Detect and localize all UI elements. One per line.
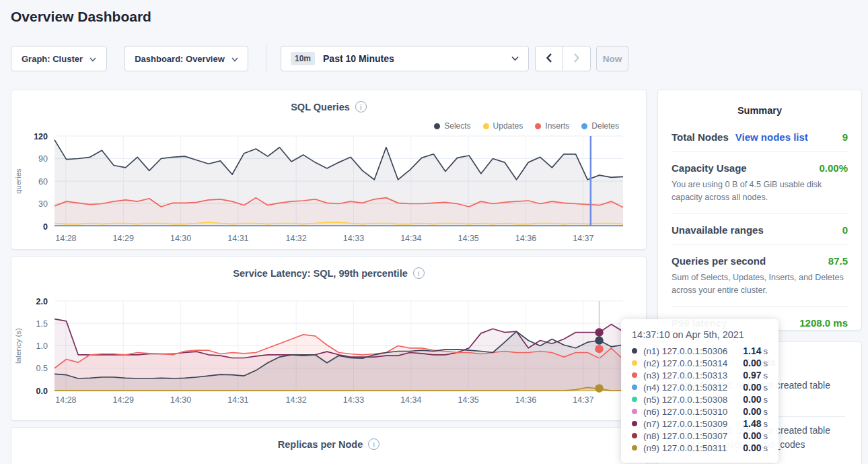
svg-text:14:36: 14:36: [515, 234, 536, 243]
chart-hover-tooltip: 14:37:10 on Apr 5th, 2021 (n1) 127.0.0.1…: [621, 319, 779, 463]
summary-panel: Summary Total Nodes View nodes list 9 Ca…: [657, 90, 862, 331]
sql-queries-title: SQL Queries i: [11, 90, 646, 112]
legend-item-updates[interactable]: Updates: [483, 121, 523, 131]
now-button[interactable]: Now: [596, 46, 628, 71]
tooltip-row: (n7) 127.0.0.1:503091.48s: [632, 418, 768, 430]
summary-row-total-nodes: Total Nodes View nodes list 9: [672, 121, 848, 152]
node-color-dot: [632, 360, 637, 366]
svg-text:14:31: 14:31: [227, 395, 248, 405]
legend-dot: [535, 123, 541, 129]
svg-text:14:35: 14:35: [458, 234, 479, 243]
total-nodes-label: Total Nodes: [672, 131, 729, 143]
svg-text:14:28: 14:28: [55, 234, 76, 243]
svg-text:14:33: 14:33: [343, 395, 364, 405]
tooltip-row: (n1) 127.0.0.1:503061.14s: [632, 345, 768, 357]
node-color-dot: [632, 397, 637, 402]
qps-description: Sum of Selects, Updates, Inserts, and De…: [672, 271, 848, 306]
service-latency-card: Service Latency: SQL, 99th percentile i …: [11, 256, 647, 421]
tooltip-timestamp: 14:37:10 on Apr 5th, 2021: [632, 329, 768, 340]
svg-text:14:34: 14:34: [400, 395, 421, 405]
svg-text:14:28: 14:28: [55, 395, 76, 405]
queries-per-second-value: 87.5: [828, 255, 848, 267]
replicas-per-node-title: Replicas per Node i: [11, 428, 646, 450]
chevron-right-icon: [573, 53, 581, 65]
chevron-down-icon: [231, 54, 238, 64]
svg-text:queries: queries: [14, 168, 22, 194]
time-range-label: Past 10 Minutes: [323, 53, 394, 64]
svg-text:14:32: 14:32: [285, 395, 306, 405]
queries-per-second-label: Queries per second: [672, 255, 766, 267]
svg-text:0: 0: [43, 222, 48, 232]
svg-text:14:34: 14:34: [400, 234, 421, 243]
node-color-dot: [632, 372, 637, 378]
legend-dot: [434, 123, 440, 129]
page-title: Overview Dashboard: [11, 9, 151, 25]
tooltip-row: (n5) 127.0.0.1:503080.00s: [632, 393, 768, 405]
node-color-dot: [632, 445, 637, 451]
svg-text:1.0: 1.0: [36, 341, 48, 351]
svg-text:60: 60: [38, 177, 48, 187]
time-range-badge: 10m: [291, 52, 315, 65]
node-color-dot: [632, 409, 637, 414]
replicas-per-node-card: Replicas per Node i: [11, 427, 647, 464]
time-back-button[interactable]: [535, 46, 563, 71]
graph-dropdown-label: Graph: Cluster: [22, 54, 83, 64]
sql-queries-card: SQL Queries i SelectsUpdatesInsertsDelet…: [11, 90, 647, 250]
tooltip-row: (n9) 127.0.0.1:503110.00s: [632, 442, 768, 454]
tooltip-row: (n2) 127.0.0.1:503140.00s: [632, 357, 768, 369]
summary-title: Summary: [658, 90, 861, 121]
svg-text:14:32: 14:32: [285, 234, 306, 243]
overview-dashboard-page: Overview Dashboard Graph: Cluster Dashbo…: [0, 0, 868, 464]
summary-row-unavailable-ranges: Unavailable ranges 0: [672, 213, 848, 244]
tooltip-row: (n6) 127.0.0.1:503100.00s: [632, 405, 768, 418]
info-icon[interactable]: i: [413, 267, 425, 279]
svg-text:2.0: 2.0: [36, 297, 48, 306]
svg-text:14:33: 14:33: [343, 234, 364, 243]
now-button-label: Now: [603, 54, 622, 64]
capacity-usage-description: You are using 0 B of 4.5 GiB usable disk…: [672, 178, 848, 213]
svg-text:90: 90: [38, 154, 48, 164]
legend-item-inserts[interactable]: Inserts: [535, 121, 569, 131]
legend-dot: [483, 123, 489, 129]
time-forward-button[interactable]: [563, 46, 591, 71]
svg-text:latency (s): latency (s): [14, 328, 22, 364]
controls-divider: [266, 44, 266, 73]
node-color-dot: [632, 433, 637, 438]
svg-text:14:30: 14:30: [170, 234, 191, 243]
svg-text:0.5: 0.5: [36, 364, 48, 373]
sql-queries-chart[interactable]: 030609012014:2814:2914:3014:3114:3214:33…: [11, 132, 647, 246]
time-range-selector[interactable]: 10m Past 10 Minutes: [281, 46, 529, 71]
sql-queries-legend: SelectsUpdatesInsertsDeletes: [434, 121, 619, 131]
total-nodes-value: 9: [842, 131, 848, 143]
unavailable-ranges-label: Unavailable ranges: [672, 224, 764, 236]
chevron-down-icon: [89, 54, 96, 64]
view-nodes-list-link[interactable]: View nodes list: [735, 131, 808, 143]
svg-text:14:30: 14:30: [170, 395, 191, 405]
svg-text:30: 30: [38, 199, 48, 209]
svg-text:120: 120: [34, 132, 48, 141]
node-color-dot: [632, 348, 637, 354]
dashboard-dropdown-label: Dashboard: Overview: [135, 54, 225, 64]
graph-scope-dropdown[interactable]: Graph: Cluster: [11, 46, 107, 71]
svg-text:0.0: 0.0: [36, 387, 48, 396]
legend-item-selects[interactable]: Selects: [434, 121, 470, 131]
tooltip-row: (n3) 127.0.0.1:503130.97s: [632, 369, 768, 381]
svg-text:1.5: 1.5: [36, 319, 48, 329]
tooltip-row: (n4) 127.0.0.1:503120.00s: [632, 381, 768, 393]
unavailable-ranges-value: 0: [842, 224, 848, 236]
info-icon[interactable]: i: [368, 438, 379, 450]
legend-item-deletes[interactable]: Deletes: [581, 121, 619, 131]
capacity-usage-label: Capacity Usage: [672, 162, 747, 174]
node-color-dot: [632, 385, 637, 390]
node-color-dot: [632, 421, 637, 426]
service-latency-chart[interactable]: 0.00.51.01.52.014:2814:2914:3014:3114:32…: [11, 292, 647, 408]
legend-dot: [581, 123, 587, 129]
chevron-left-icon: [545, 53, 553, 65]
p99-latency-value: 1208.0 ms: [799, 317, 848, 329]
svg-text:14:36: 14:36: [515, 395, 536, 405]
svg-text:14:29: 14:29: [113, 395, 134, 405]
capacity-usage-value: 0.00%: [819, 162, 848, 174]
info-icon[interactable]: i: [355, 101, 367, 112]
dashboard-dropdown[interactable]: Dashboard: Overview: [124, 46, 248, 71]
service-latency-title: Service Latency: SQL, 99th percentile i: [11, 257, 646, 279]
